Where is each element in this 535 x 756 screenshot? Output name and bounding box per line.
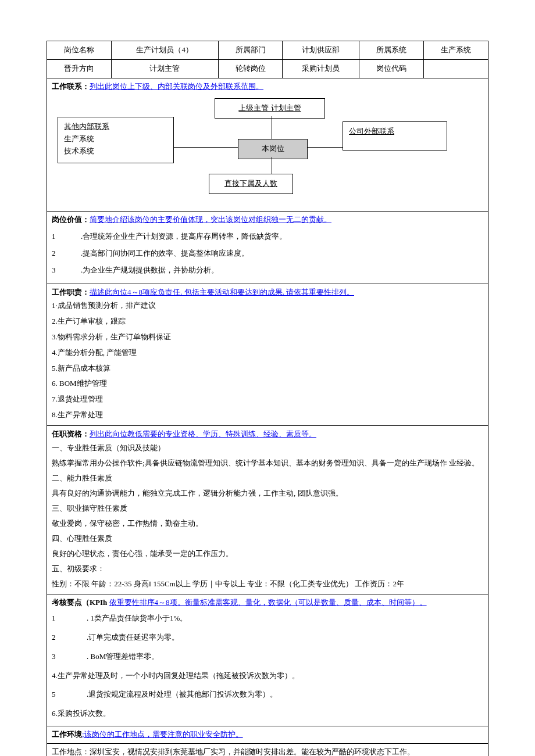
duty-item: 5.新产品成本核算 <box>52 361 483 377</box>
qual-h5: 五、初级要求： <box>52 561 483 576</box>
cell-department-value: 计划供应部 <box>283 41 359 60</box>
duties-section: 工作职责：描述此向位4～8项应负责任. 包括主要活动和要达到的成果. 请依其重要… <box>47 284 488 425</box>
duty-item: 2.生产订单审核，跟踪 <box>52 314 483 329</box>
qual-h1: 一、专业胜任素质（知识及技能） <box>52 440 483 456</box>
qual-p5: 性别：不限 年龄：22-35 身高I 155Cm以上 学历｜中专以上 专业：不限… <box>52 576 483 592</box>
duties-list: 1·成品销售预测分析，排产建议 2.生产订单审核，跟踪 3.物料需求分析，生产订… <box>52 298 483 422</box>
cell-system-value: 生产系统 <box>423 41 488 60</box>
value-label: 岗位价值： <box>52 215 90 224</box>
header-row-1: 岗位名称 生产计划员（4） 所属部门 计划供应部 所属系统 生产系统 <box>47 41 488 60</box>
qual-h2: 二、能力胜任素质 <box>52 471 483 486</box>
diagram-right-box: 公司外部联系 <box>343 121 447 151</box>
contact-section: 工作联系：列出此岗位上下级、内部关联岗位及外部联系范围。 上级主管 计划主管 本… <box>47 78 488 212</box>
duty-item: 1·成品销售预测分析，排产建议 <box>52 298 483 314</box>
qual-p1: 熟练掌握常用办公操作软件;具备供应链物流管理知识、统计学基本知识、基本的财务管理… <box>52 456 483 471</box>
kpi-label: 考核要点（KPIh <box>52 598 109 607</box>
contact-diagram: 上级主管 计划主管 本岗位 其他内部联系 生产系统 技术系统 公司外部联系 直接… <box>52 92 483 209</box>
cell-department-label: 所属部门 <box>218 41 283 60</box>
env-label: 工作环境 <box>52 730 82 739</box>
diagram-line-v2 <box>272 157 272 174</box>
contact-hint: 列出此岗位上下级、内部关联岗位及外部联系范围。 <box>90 82 263 91</box>
duty-item: 3.物料需求分析，生产订单物料保证 <box>52 329 483 345</box>
qual-h3: 三、职业操守胜任素质 <box>52 501 483 516</box>
duty-item: 6. BOM维护管理 <box>52 376 483 392</box>
cell-position-value: 生产计划员（4） <box>111 41 218 60</box>
diagram-line-v1 <box>272 116 272 139</box>
diagram-left-title: 其他内部联系 <box>64 121 167 133</box>
duty-item: 4.产能分析分配, 产能管理 <box>52 345 483 361</box>
diagram-line-h1 <box>174 147 238 148</box>
cell-code-label: 岗位代码 <box>359 59 424 78</box>
cell-rotation-value: 采购计划员 <box>283 59 359 78</box>
duties-label: 工作职责： <box>52 288 90 296</box>
duties-hint: 描述此向位4～8项应负责任. 包括主要活动和要达到的成果. 请依其重要性排列。 <box>90 288 354 296</box>
kpi-hint: 依重要性排序4～8项。衡量标准需客观、量化，数据化（可以是数量、质量、成本、时间… <box>109 598 427 607</box>
cell-rotation-label: 轮转岗位 <box>218 59 283 78</box>
qual-p2: 具有良好的沟通协调能力，能独立完成工作，逻辑分析能力强，工作主动, 团队意识强。 <box>52 486 483 501</box>
cell-code-value <box>423 59 488 78</box>
diagram-left-box: 其他内部联系 生产系统 技术系统 <box>58 117 174 163</box>
duty-item: 7.退货处理管理 <box>52 392 483 407</box>
diagram-left-line1: 生产系统 <box>64 133 167 145</box>
diagram-center-box: 本岗位 <box>238 139 308 159</box>
value-list: 1.合理统筹企业生产计划资源，提高库存周转率，降低缺货率。 2.提高部门间协同工… <box>52 226 483 281</box>
diagram-left-line2: 技术系统 <box>64 145 167 157</box>
environment-content: 工作地点：深圳宝安，视情况安排到东莞基地厂实习，并能随时安排出差。能在较为严酷的… <box>47 743 488 756</box>
env-hint: ;该岗位的工作地点，需要注意的职业安全防护。 <box>82 730 243 739</box>
job-description-table: 岗位名称 生产计划员（4） 所属部门 计划供应部 所属系统 生产系统 晋升方向 … <box>47 41 488 756</box>
header-row-2: 晋升方向 计划主管 轮转岗位 采购计划员 岗位代码 <box>47 59 488 78</box>
kpi-section: 考核要点（KPIh 依重要性排序4～8项。衡量标准需客观、量化，数据化（可以是数… <box>47 594 488 726</box>
qualifications-section: 任职资格：列出此向位教低需要的专业资格、学历、特殊训练、经验、素质等。 一、专业… <box>47 425 488 594</box>
diagram-bottom-box: 直接下属及人数 <box>209 174 293 194</box>
value-hint: 简要地介绍该岗位的主要价值体现，突出该岗位对组织独一无二的贡献。 <box>90 215 331 224</box>
diagram-line-h2 <box>308 147 343 148</box>
environment-header: 工作环境;该岗位的工作地点，需要注意的职业安全防护。 <box>47 726 488 744</box>
cell-position-label: 岗位名称 <box>47 41 112 60</box>
kpi-list: 1. 1类产品责任缺货率小于1%。 2.订单完成责任延迟率为零。 3. BoM管… <box>52 609 483 723</box>
cell-promotion-value: 计划主管 <box>111 59 218 78</box>
diagram-top-box: 上级主管 计划主管 <box>215 98 325 119</box>
qual-label: 任职资格： <box>52 429 90 438</box>
qual-p4: 良好的心理状态，责任心强，能承受一定的工作压力。 <box>52 546 483 561</box>
qual-hint: 列出此向位教低需要的专业资格、学历、特殊训练、经验、素质等。 <box>90 429 316 438</box>
cell-system-label: 所属系统 <box>359 41 424 60</box>
qual-h4: 四、心理胜任素质 <box>52 531 483 546</box>
cell-promotion-label: 晋升方向 <box>47 59 112 78</box>
contact-label: 工作联系： <box>52 82 90 91</box>
qual-list: 一、专业胜任素质（知识及技能） 熟练掌握常用办公操作软件;具备供应链物流管理知识… <box>52 440 483 592</box>
duty-item: 8.生产异常处理 <box>52 407 483 423</box>
value-section: 岗位价值：简要地介绍该岗位的主要价值体现，突出该岗位对组织独一无二的贡献。 1.… <box>47 212 488 284</box>
qual-p3: 敬业爱岗，保守秘密，工作热情，勤奋主动。 <box>52 516 483 531</box>
